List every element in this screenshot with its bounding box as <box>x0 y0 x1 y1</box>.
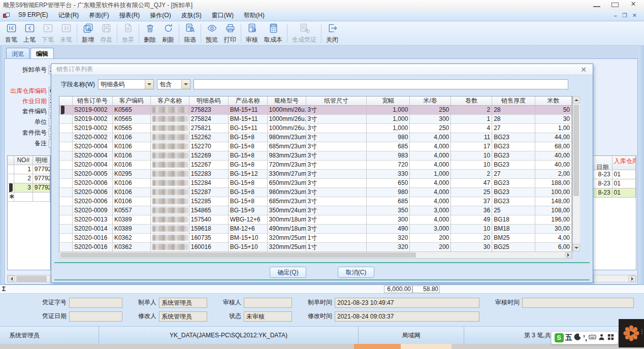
cell[interactable]: S2020-0016 <box>73 243 113 252</box>
row-selector[interactable] <box>59 106 73 115</box>
cell[interactable]: 980 <box>367 133 410 142</box>
cell[interactable]: 1,00 <box>535 124 572 133</box>
column-header-4[interactable]: 明细条码 <box>189 97 229 106</box>
table-row[interactable]: S2020-0004K0106152267BG-15+8720mm/23um..… <box>59 161 572 170</box>
main-hscrollbar-left[interactable] <box>7 275 51 282</box>
cell[interactable]: 154865 <box>189 206 229 215</box>
cell[interactable]: 30 <box>451 243 492 252</box>
cell[interactable]: 11 <box>451 133 492 142</box>
cell[interactable] <box>151 151 189 161</box>
cell[interactable]: BG23 <box>492 188 535 197</box>
cell[interactable]: BG-15+8 <box>229 179 268 188</box>
cell[interactable]: 4,000 <box>410 197 451 206</box>
cell[interactable] <box>151 133 189 142</box>
cell[interactable]: BM25 <box>492 234 535 243</box>
cell[interactable]: 1,000 <box>367 106 410 115</box>
cell[interactable] <box>151 188 189 197</box>
cell[interactable]: K0106 <box>113 133 151 142</box>
cell[interactable]: 148,00 <box>535 197 572 206</box>
cell[interactable]: K0295 <box>113 170 151 179</box>
cell[interactable]: BM-12+6 <box>229 225 268 234</box>
cell[interactable]: 152285 <box>189 197 229 206</box>
cell[interactable]: BG-15+8 <box>229 151 268 161</box>
cell-detail[interactable]: 97792 <box>33 174 50 183</box>
cell[interactable]: 4,000 <box>410 188 451 197</box>
cell[interactable]: BG23 <box>492 142 535 151</box>
cell[interactable]: K0106 <box>113 188 151 197</box>
column-header-3[interactable]: 客户名称 <box>151 97 189 106</box>
row-selector[interactable] <box>59 161 73 170</box>
cell[interactable]: 27 <box>492 124 535 133</box>
row-selector[interactable] <box>8 165 14 174</box>
cell[interactable]: 10 <box>451 151 492 161</box>
toolbar-add-button[interactable]: 新增 <box>79 22 97 44</box>
cell[interactable]: 152262 <box>189 133 229 142</box>
moon-icon[interactable] <box>574 333 582 342</box>
cell[interactable]: S2020-0013 <box>73 215 113 225</box>
cell[interactable]: 685 <box>367 142 410 151</box>
cell[interactable]: K0106 <box>113 142 151 151</box>
table-row[interactable]: S2020-0002K0106152262BG-15+8980mm/23um..… <box>59 133 572 142</box>
cell[interactable]: 36 <box>451 206 492 215</box>
toolbar-print-button[interactable]: 打印 <box>221 22 239 44</box>
table-row[interactable]: 8-2301 <box>593 188 636 198</box>
cell[interactable]: BG23 <box>492 179 535 188</box>
cell[interactable]: BG-15+8 <box>229 133 268 142</box>
row-selector[interactable] <box>59 243 73 252</box>
cell[interactable]: 250 <box>410 124 451 133</box>
scroll-up-icon[interactable] <box>573 96 580 104</box>
cell[interactable]: 1寸 <box>306 234 367 243</box>
cell[interactable]: 980mm/23um... <box>268 188 306 197</box>
cell[interactable]: K0106 <box>113 161 151 170</box>
cell-warehouse[interactable]: 01 <box>613 170 636 179</box>
cell[interactable] <box>151 170 189 179</box>
cell[interactable]: S2019-0002 <box>73 115 113 124</box>
cell[interactable]: 196,00 <box>535 215 572 225</box>
cell[interactable]: BM-15+10 <box>229 234 268 243</box>
cell[interactable]: K0106 <box>113 151 151 161</box>
ok-button[interactable]: 确定(Q) <box>270 267 306 278</box>
column-header-date[interactable]: 日期 <box>593 156 613 170</box>
cell[interactable]: BG-15+8 <box>229 161 268 170</box>
cell[interactable]: 685mm/23um... <box>268 142 306 151</box>
table-row[interactable]: S2020-0004K0106152269BG-15+8983mm/23um..… <box>59 151 572 161</box>
cell[interactable]: 3寸 <box>306 206 367 215</box>
cell[interactable]: K0389 <box>113 225 151 234</box>
cell[interactable]: 983 <box>367 151 410 161</box>
cell[interactable]: 275824 <box>189 115 229 124</box>
menu-item-操作(O)[interactable]: 操作(O) <box>145 10 176 21</box>
cell[interactable]: 3寸 <box>306 215 367 225</box>
cell[interactable]: BG-15+8 <box>229 188 268 197</box>
cell[interactable]: 3寸 <box>306 161 367 170</box>
cell[interactable]: 4,00 <box>535 234 572 243</box>
cell[interactable]: 4,000 <box>410 151 451 161</box>
cell[interactable]: 108,00 <box>535 206 572 215</box>
cell[interactable]: 152283 <box>189 170 229 179</box>
cell-no[interactable]: 2 <box>14 174 33 183</box>
cell[interactable]: 157540 <box>189 215 229 225</box>
cell[interactable]: 320 <box>367 243 410 252</box>
cell[interactable]: 49 <box>451 215 492 225</box>
cell[interactable]: 4,000 <box>410 215 451 225</box>
cell[interactable]: 1,000 <box>367 124 410 133</box>
cell[interactable]: BG23 <box>492 133 535 142</box>
cell[interactable]: 47 <box>451 179 492 188</box>
toolbar-refresh-button[interactable]: 刷新 <box>159 22 177 44</box>
cell[interactable]: 28 <box>492 106 535 115</box>
cell[interactable]: 4,000 <box>410 133 451 142</box>
scroll-right-icon[interactable] <box>565 252 572 258</box>
person-icon[interactable] <box>598 333 605 342</box>
cell[interactable]: 68,00 <box>535 142 572 151</box>
cell[interactable]: 3寸 <box>306 170 367 179</box>
cell[interactable]: 685 <box>367 197 410 206</box>
table-row[interactable]: 8-2301 <box>593 179 636 188</box>
cell[interactable]: 200 <box>410 234 451 243</box>
menu-item-皮肤(S)[interactable]: 皮肤(S) <box>176 10 207 21</box>
cell[interactable]: BG18 <box>492 215 535 225</box>
cell[interactable]: 152270 <box>189 142 229 151</box>
maximize-button[interactable] <box>611 2 619 9</box>
table-row[interactable]: S2020-0006K0106152284BG-15+8650mm/23um..… <box>59 179 572 188</box>
cell[interactable]: 330mm/27um... <box>268 170 306 179</box>
cell[interactable]: 275821 <box>189 124 229 133</box>
row-selector[interactable] <box>59 170 73 179</box>
